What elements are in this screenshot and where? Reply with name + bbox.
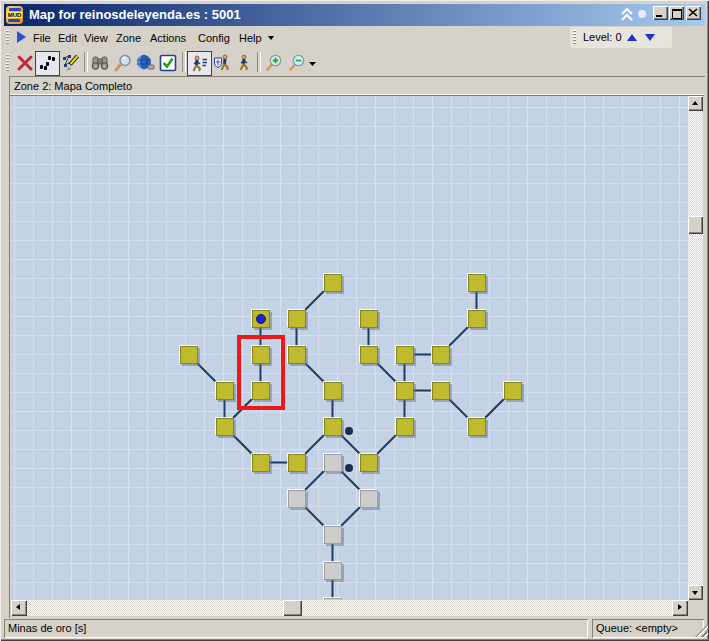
web-locate-button[interactable]	[134, 51, 157, 74]
edit-map-button[interactable]	[59, 51, 82, 74]
map-room-node[interactable]	[324, 418, 342, 436]
map-frame	[10, 95, 704, 618]
app-icon-label: MUD	[7, 12, 22, 18]
map-room-node-unexplored[interactable]	[324, 454, 342, 472]
map-room-node-unexplored[interactable]	[324, 526, 342, 544]
toolbar-separator	[182, 52, 186, 72]
shield-walk-icon	[213, 54, 233, 72]
toolbar-overflow[interactable]	[307, 51, 317, 74]
menu-item-view[interactable]: View	[84, 32, 108, 44]
zoom-in-icon	[264, 54, 284, 72]
level-panel-gripper[interactable]	[573, 30, 576, 45]
horizontal-scrollbar-thumb[interactable]	[283, 600, 302, 616]
close-icon	[688, 8, 698, 17]
level-up-button[interactable]	[627, 34, 637, 41]
level-label: Level: 0	[583, 31, 622, 43]
confirm-button[interactable]	[157, 51, 180, 74]
magnifier-icon	[113, 54, 133, 72]
map-room-node[interactable]	[396, 418, 414, 436]
walk-button[interactable]	[233, 51, 256, 74]
map-window: MUD Map for reinosdeleyenda.es : 5001 Fi…	[0, 0, 709, 641]
map-room-node[interactable]	[468, 274, 486, 292]
close-button[interactable]	[686, 6, 701, 20]
map-room-node[interactable]	[252, 346, 270, 364]
collapse-chevron-icon[interactable]	[620, 6, 634, 23]
map-room-node-unexplored[interactable]	[360, 490, 378, 508]
minimize-button[interactable]	[653, 6, 668, 20]
map-room-node[interactable]	[180, 346, 198, 364]
map-room-node[interactable]	[360, 310, 378, 328]
walk-lines-icon	[190, 55, 209, 73]
menu-item-actions[interactable]: Actions	[150, 32, 186, 44]
map-room-node-unexplored[interactable]	[324, 562, 342, 580]
scroll-right-button[interactable]	[672, 600, 688, 616]
map-room-node[interactable]	[288, 346, 306, 364]
menu-item-config[interactable]: Config	[198, 32, 230, 44]
app-icon[interactable]: MUD	[6, 6, 23, 24]
status-queue-text: Queue: <empty>	[596, 622, 678, 634]
map-room-node-unexplored[interactable]	[288, 490, 306, 508]
map-room-node[interactable]	[396, 346, 414, 364]
up-arrow-icon	[692, 101, 698, 105]
map-room-node[interactable]	[216, 382, 234, 400]
map-room-node[interactable]	[396, 382, 414, 400]
map-canvas[interactable]	[11, 96, 688, 600]
vertical-scrollbar[interactable]	[688, 96, 703, 600]
map-room-node[interactable]	[288, 310, 306, 328]
map-room-node[interactable]	[504, 382, 522, 400]
down-arrow-icon	[692, 591, 698, 595]
locate-button[interactable]	[111, 51, 134, 74]
menu-item-file[interactable]: File	[33, 32, 51, 44]
green-check-icon	[159, 54, 178, 72]
map-room-node[interactable]	[324, 382, 342, 400]
delete-button[interactable]	[13, 51, 37, 74]
walk-follow-button[interactable]	[187, 51, 212, 76]
find-button[interactable]	[88, 51, 111, 74]
map-room-node[interactable]	[252, 454, 270, 472]
map-room-node[interactable]	[468, 310, 486, 328]
map-room-node[interactable]	[324, 274, 342, 292]
toolbar-gripper[interactable]	[6, 54, 9, 71]
zoom-in-button[interactable]	[262, 51, 285, 74]
caret-down-icon	[308, 54, 317, 72]
menu-bar: FileEditViewZoneActionsConfigHelp Level:…	[4, 26, 705, 49]
map-room-node[interactable]	[432, 346, 450, 364]
map-room-node[interactable]	[360, 454, 378, 472]
status-queue-panel: Queue: <empty>	[592, 619, 704, 638]
horizontal-scrollbar[interactable]	[11, 600, 688, 616]
map-room-node[interactable]	[288, 454, 306, 472]
map-connections	[11, 96, 688, 600]
zoom-out-icon	[287, 54, 307, 72]
map-room-node[interactable]	[432, 382, 450, 400]
toolbar-separator	[257, 52, 261, 72]
scroll-down-button[interactable]	[688, 585, 703, 600]
maximize-button[interactable]	[669, 6, 684, 20]
safe-walk-button[interactable]	[211, 51, 234, 74]
map-dot-marker	[345, 427, 353, 435]
window-title: Map for reinosdeleyenda.es : 5001	[29, 7, 241, 22]
map-client-area: Zone 2: Mapa Completo	[9, 76, 705, 618]
map-room-node[interactable]	[468, 418, 486, 436]
play-icon[interactable]	[17, 31, 26, 43]
player-position-marker	[256, 314, 266, 324]
menu-overflow-caret-icon[interactable]	[268, 36, 274, 40]
status-dot-icon	[638, 10, 646, 18]
minimize-icon	[656, 15, 662, 17]
menu-item-zone[interactable]: Zone	[116, 32, 141, 44]
title-bar[interactable]: MUD Map for reinosdeleyenda.es : 5001	[4, 4, 705, 26]
scroll-up-button[interactable]	[688, 96, 703, 111]
room-select-button[interactable]	[35, 51, 60, 76]
map-room-node[interactable]	[360, 346, 378, 364]
menu-item-edit[interactable]: Edit	[58, 32, 77, 44]
level-down-button[interactable]	[645, 34, 655, 41]
app-icon-bar	[9, 8, 21, 11]
menubar-gripper[interactable]	[6, 30, 9, 45]
scroll-left-button[interactable]	[11, 600, 27, 616]
vertical-scrollbar-thumb[interactable]	[688, 216, 703, 234]
map-room-node[interactable]	[216, 418, 234, 436]
maximize-icon	[672, 9, 682, 19]
menu-item-help[interactable]: Help	[239, 32, 262, 44]
zoom-out-button[interactable]	[285, 51, 308, 74]
app-icon-bar	[8, 19, 20, 22]
map-room-node[interactable]	[252, 382, 270, 400]
